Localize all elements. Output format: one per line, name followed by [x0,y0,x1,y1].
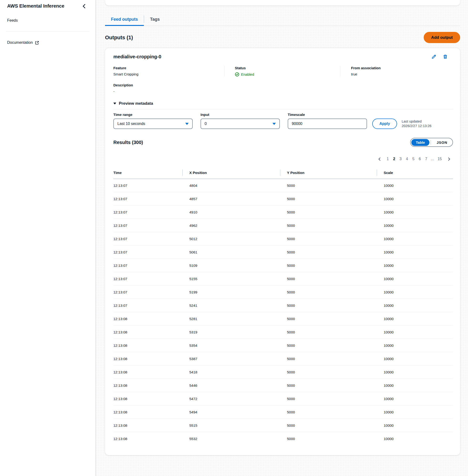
table-header-row: TimeX PositionY PositionScale [113,169,453,179]
page-number[interactable]: 1 [385,156,391,162]
external-link-icon [35,41,39,45]
last-updated-label: Last updated [402,119,431,124]
sidebar-item-label: Feeds [7,18,18,23]
delete-output-button[interactable] [443,54,448,59]
time-range-label: Time range [113,112,193,117]
last-updated-value: 2026/2/27 12:13:26 [402,124,431,128]
field-label: Description [113,83,453,87]
table-row: 12:13:085472500010000 [113,392,453,406]
table-cell: 10000 [377,299,453,312]
add-output-button[interactable]: Add output [424,32,460,43]
table-cell: 5000 [280,352,377,365]
timescale-input[interactable] [288,119,367,129]
table-cell: 5515 [182,419,280,432]
page-number[interactable]: 15 [435,156,444,162]
trash-icon [443,54,448,59]
table-cell: 12:13:08 [113,392,182,406]
table-row: 12:13:075061500010000 [113,246,453,259]
table-cell: 5000 [280,365,377,379]
time-range-select[interactable]: Last 10 seconds [113,119,193,129]
pagination: 1234567...15 [113,156,453,162]
table-cell: 12:13:08 [113,312,182,326]
table-row: 12:13:075199500010000 [113,286,453,299]
table-cell: 5494 [182,406,280,419]
table-cell: 12:13:08 [113,406,182,419]
results-header: Results (300) Table JSON [113,138,453,147]
table-row: 12:13:085319500010000 [113,326,453,339]
table-cell: 12:13:08 [113,352,182,365]
table-cell: 4804 [182,179,280,192]
table-cell: 5000 [280,232,377,246]
input-field: Input 0 [201,112,280,129]
output-card-header: medialive-cropping-0 [113,54,453,59]
previous-page-button[interactable] [376,157,383,162]
output-card-actions [431,54,448,59]
table-cell: 12:13:07 [113,259,182,272]
table-cell: 5000 [280,272,377,286]
sidebar-collapse-button[interactable] [81,3,87,9]
timescale-label: Timescale [288,112,367,117]
table-cell: 5000 [280,259,377,272]
page-number[interactable]: 4 [404,156,410,162]
table-cell: 4910 [182,206,280,219]
table-row: 12:13:074910500010000 [113,206,453,219]
table-cell: 10000 [377,286,453,299]
table-row: 12:13:085281500010000 [113,312,453,326]
table-cell: 10000 [377,246,453,259]
next-page-button[interactable] [445,157,453,162]
table-cell: 5241 [182,299,280,312]
caret-down-icon [113,103,116,104]
sidebar-item-feeds[interactable]: Feeds [7,18,18,23]
pencil-icon [431,54,436,59]
sidebar-item-documentation[interactable]: Documentation [7,41,39,45]
status-positive-icon [235,72,239,77]
outputs-header: Outputs (1) Add output [105,32,460,43]
table-row: 12:13:085418500010000 [113,365,453,379]
apply-button[interactable]: Apply [372,119,397,129]
table-cell: 5354 [182,339,280,352]
table-cell: 5319 [182,326,280,339]
table-row: 12:13:085446500010000 [113,379,453,392]
table-cell: 5000 [280,326,377,339]
table-cell: 12:13:08 [113,432,182,446]
table-cell: 10000 [377,326,453,339]
table-cell: 10000 [377,206,453,219]
table-cell: 12:13:07 [113,246,182,259]
page-number[interactable]: 7 [423,156,429,162]
page-number[interactable]: 6 [417,156,423,162]
table-cell: 5012 [182,232,280,246]
field-from-association: From association true [340,66,453,77]
page-current[interactable]: 2 [391,156,397,162]
table-cell: 10000 [377,232,453,246]
field-label: Feature [113,66,224,70]
table-cell: 5000 [280,419,377,432]
preview-metadata-expander[interactable]: Preview metadata [113,101,153,106]
table-cell: 12:13:08 [113,379,182,392]
tab-tags[interactable]: Tags [144,15,166,26]
app-title: AWS Elemental Inference [7,3,81,9]
input-select[interactable]: 0 [201,119,280,129]
chevron-down-icon [272,123,276,125]
sidebar-divider [6,31,89,31]
table-cell: 5000 [280,299,377,312]
table-cell: 10000 [377,339,453,352]
table-cell: 10000 [377,365,453,379]
view-toggle: Table JSON [410,138,453,147]
table-cell: 5000 [280,339,377,352]
toggle-table[interactable]: Table [411,139,429,146]
table-cell: 5155 [182,272,280,286]
tab-feed-outputs[interactable]: Feed outputs [105,15,144,26]
page-number[interactable]: 3 [397,156,404,162]
edit-output-button[interactable] [431,54,436,59]
table-cell: 10000 [377,272,453,286]
table-cell: 5000 [280,286,377,299]
table-cell: 5000 [280,179,377,192]
table-cell: 10000 [377,406,453,419]
page-number[interactable]: 5 [410,156,417,162]
table-cell: 12:13:08 [113,339,182,352]
table-cell: 12:13:07 [113,179,182,192]
toggle-json[interactable]: JSON [432,139,452,146]
table-cell: 5000 [280,246,377,259]
table-row: 12:13:075241500010000 [113,299,453,312]
table-cell: 5446 [182,379,280,392]
